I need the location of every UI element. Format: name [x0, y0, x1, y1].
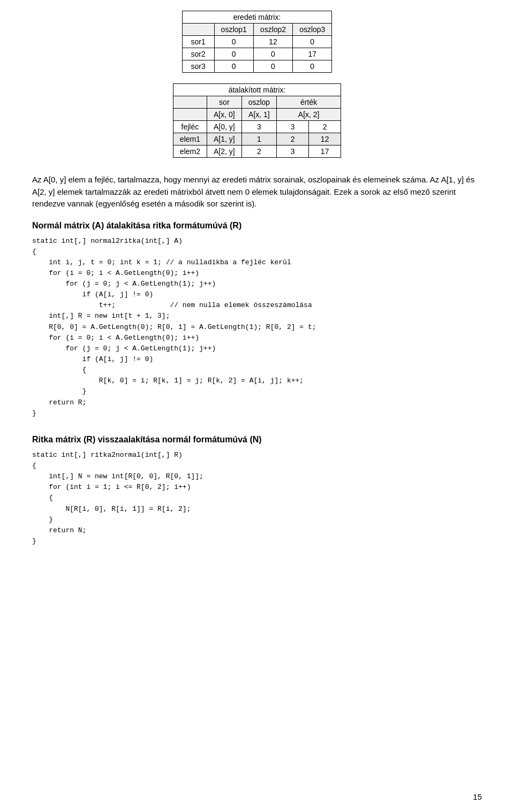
- cell-val: 3: [277, 121, 309, 133]
- row-label: elem2: [173, 145, 207, 158]
- eredeti-title: eredeti mátrix:: [182, 11, 332, 24]
- cell-val: 12: [309, 133, 341, 145]
- cell-val: 3: [241, 121, 276, 133]
- atalakitott-subheader-empty: [173, 109, 207, 121]
- atalakitott-subheader-ax2: A[x, 2]: [277, 109, 341, 121]
- cell-val: 0: [293, 36, 332, 48]
- table-row: sor1 0 12 0: [182, 36, 332, 48]
- atalakitott-title: átalakított mátrix:: [173, 84, 341, 96]
- table-row: sor3 0 0 0: [182, 60, 332, 73]
- atalakitott-subheader-ax0: A[x, 0]: [207, 109, 241, 121]
- eredeti-header-oszlop3: oszlop3: [293, 24, 332, 36]
- cell-val: 2: [277, 133, 309, 145]
- row-label: fejléc: [173, 121, 207, 133]
- atalakitott-table-wrapper: átalakított mátrix: sor oszlop érték A[x…: [173, 83, 341, 158]
- atalakitott-header-empty: [173, 96, 207, 109]
- eredeti-matrix-table: eredeti mátrix: oszlop1 oszlop2 oszlop3 …: [182, 11, 332, 73]
- table-row: elem1 A[1, y] 1 2 12: [173, 133, 341, 145]
- eredeti-header-oszlop1: oszlop1: [214, 24, 253, 36]
- section1-header: Normál mátrix (A) átalakítása ritka form…: [32, 221, 482, 231]
- table-row: sor2 0 0 17: [182, 48, 332, 60]
- cell-val: 17: [293, 48, 332, 60]
- cell-val: 17: [309, 145, 341, 158]
- atalakitott-matrix-table: átalakított mátrix: sor oszlop érték A[x…: [173, 83, 341, 158]
- cell-val: A[0, y]: [207, 121, 241, 133]
- description-paragraph: Az A[0, y] elem a fejléc, tartalmazza, h…: [32, 174, 482, 210]
- cell-val: 3: [277, 145, 309, 158]
- atalakitott-subheader-ax1: A[x, 1]: [241, 109, 276, 121]
- cell-val: A[2, y]: [207, 145, 241, 158]
- page-number: 15: [473, 792, 482, 801]
- row-label: sor3: [182, 60, 214, 73]
- section2-header: Ritka mátrix (R) visszaalakítása normál …: [32, 435, 482, 445]
- atalakitott-header-sor: sor: [207, 96, 241, 109]
- cell-val: 1: [241, 133, 276, 145]
- cell-val: 0: [214, 48, 253, 60]
- row-label: sor1: [182, 36, 214, 48]
- table-row: fejléc A[0, y] 3 3 2: [173, 121, 341, 133]
- eredeti-header-empty: [182, 24, 214, 36]
- cell-val: 0: [253, 48, 292, 60]
- row-label: sor2: [182, 48, 214, 60]
- code-block-2: static int[,] ritka2normal(int[,] R) { i…: [32, 450, 482, 547]
- tables-section: eredeti mátrix: oszlop1 oszlop2 oszlop3 …: [32, 11, 482, 158]
- cell-val: 0: [293, 60, 332, 73]
- eredeti-table-wrapper: eredeti mátrix: oszlop1 oszlop2 oszlop3 …: [182, 11, 332, 73]
- cell-val: 12: [253, 36, 292, 48]
- code-block-1: static int[,] normal2ritka(int[,] A) { i…: [32, 236, 482, 419]
- text-section-1: Az A[0, y] elem a fejléc, tartalmazza, h…: [32, 174, 482, 210]
- cell-val: 0: [214, 36, 253, 48]
- atalakitott-header-ertek: érték: [277, 96, 341, 109]
- eredeti-header-oszlop2: oszlop2: [253, 24, 292, 36]
- cell-val: 0: [214, 60, 253, 73]
- cell-val: 2: [309, 121, 341, 133]
- cell-val: 2: [241, 145, 276, 158]
- cell-val: A[1, y]: [207, 133, 241, 145]
- cell-val: 0: [253, 60, 292, 73]
- row-label: elem1: [173, 133, 207, 145]
- table-row: elem2 A[2, y] 2 3 17: [173, 145, 341, 158]
- atalakitott-header-oszlop: oszlop: [241, 96, 276, 109]
- page-content: eredeti mátrix: oszlop1 oszlop2 oszlop3 …: [32, 11, 482, 547]
